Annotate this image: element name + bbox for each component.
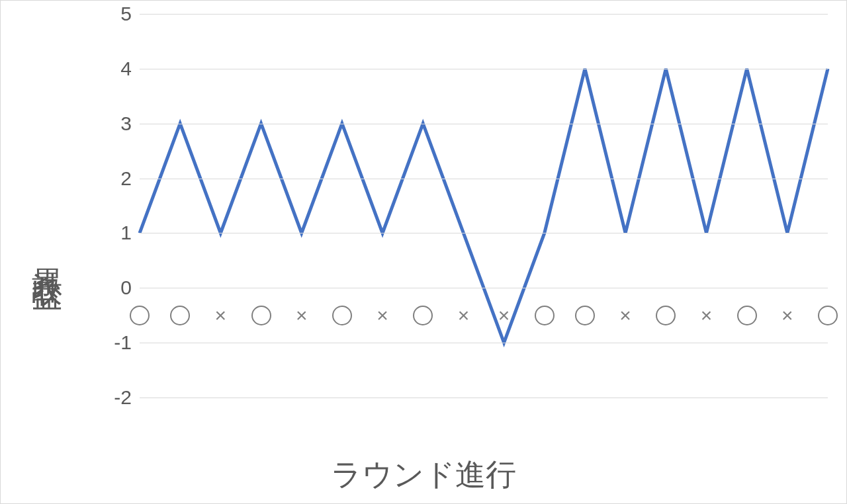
round-result-loss-icon bbox=[701, 306, 713, 325]
chart-container: 累計収益 -2-1012345 ラウンド進行 bbox=[0, 0, 847, 504]
round-result-loss-icon bbox=[215, 306, 227, 325]
round-result-loss-icon bbox=[296, 306, 308, 325]
round-result-win-icon bbox=[170, 306, 190, 325]
round-result-loss-icon bbox=[377, 306, 388, 325]
round-result-win-icon bbox=[130, 306, 150, 325]
gridline bbox=[140, 179, 828, 179]
round-result-win-icon bbox=[535, 306, 555, 325]
line-series-layer bbox=[140, 14, 828, 398]
gridline bbox=[140, 343, 828, 343]
y-tick-label: 4 bbox=[92, 58, 140, 80]
y-tick-label: 0 bbox=[92, 276, 140, 299]
y-tick-label: -2 bbox=[92, 386, 140, 409]
gridline bbox=[140, 233, 828, 233]
round-result-loss-icon bbox=[458, 306, 470, 325]
y-tick-label: 5 bbox=[92, 3, 140, 25]
gridline bbox=[140, 69, 828, 69]
gridline bbox=[140, 288, 828, 288]
plot-area: -2-1012345 bbox=[140, 14, 828, 398]
y-tick-label: -1 bbox=[92, 331, 140, 354]
y-axis-title: 累計収益 bbox=[27, 244, 68, 260]
round-result-win-icon bbox=[575, 306, 595, 325]
series-line bbox=[140, 69, 828, 343]
round-result-win-icon bbox=[656, 306, 676, 325]
gridline bbox=[140, 398, 828, 398]
round-result-win-icon bbox=[251, 306, 271, 325]
round-result-win-icon bbox=[737, 306, 757, 325]
gridline bbox=[140, 14, 828, 15]
x-axis-title: ラウンド進行 bbox=[79, 454, 768, 495]
round-result-loss-icon bbox=[619, 306, 631, 325]
gridline bbox=[140, 124, 828, 124]
y-tick-label: 3 bbox=[92, 112, 140, 135]
round-result-loss-icon bbox=[498, 306, 510, 325]
round-result-loss-icon bbox=[781, 306, 793, 325]
y-tick-label: 2 bbox=[92, 167, 140, 190]
y-tick-label: 1 bbox=[92, 222, 140, 244]
round-result-win-icon bbox=[413, 306, 433, 325]
round-result-win-icon bbox=[332, 306, 352, 325]
round-result-win-icon bbox=[818, 306, 838, 325]
